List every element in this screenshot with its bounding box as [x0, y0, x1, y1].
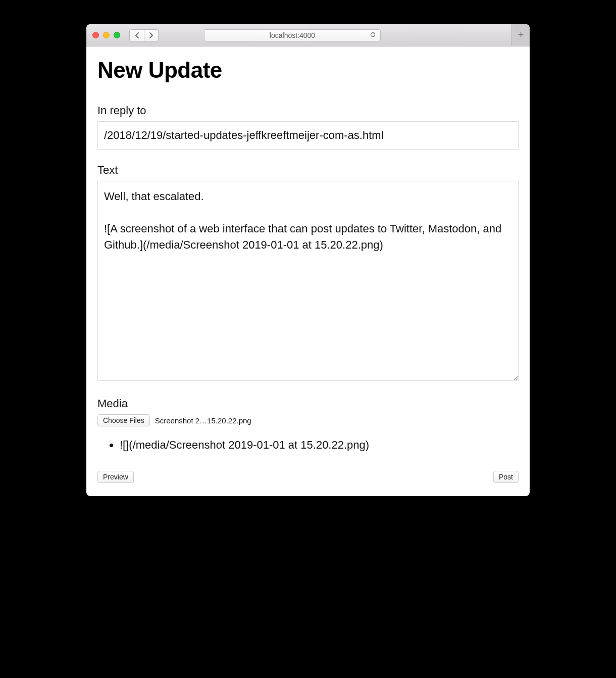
- footer-row: Preview Post: [97, 471, 519, 483]
- preview-button[interactable]: Preview: [97, 471, 134, 483]
- reply-input[interactable]: [97, 121, 519, 150]
- choose-files-button[interactable]: Choose Files: [97, 414, 150, 426]
- chevron-left-icon: [135, 32, 139, 38]
- browser-window: localhost:4000 + New Update In reply to …: [86, 24, 530, 496]
- page-title: New Update: [97, 58, 519, 83]
- media-section: Media Choose Files Screenshot 2…15.20.22…: [97, 397, 519, 452]
- titlebar: localhost:4000 +: [86, 24, 530, 46]
- new-tab-button[interactable]: +: [511, 24, 530, 46]
- minimize-window-button[interactable]: [103, 32, 110, 38]
- reply-field-block: In reply to: [97, 104, 519, 150]
- refresh-icon[interactable]: [370, 31, 376, 39]
- address-bar[interactable]: localhost:4000: [204, 29, 381, 41]
- text-field-block: Text: [97, 164, 519, 383]
- file-row: Choose Files Screenshot 2…15.20.22.png: [97, 414, 519, 426]
- chosen-file-name: Screenshot 2…15.20.22.png: [155, 416, 251, 425]
- page-content: New Update In reply to Text Media Choose…: [86, 46, 530, 496]
- nav-buttons: [129, 29, 159, 41]
- close-window-button[interactable]: [92, 32, 99, 38]
- text-label: Text: [97, 164, 519, 177]
- traffic-lights: [92, 32, 120, 38]
- media-label: Media: [97, 397, 519, 410]
- list-item: ![](/media/Screenshot 2019-01-01 at 15.2…: [120, 439, 519, 452]
- text-textarea[interactable]: [97, 181, 519, 381]
- plus-icon: +: [518, 29, 524, 41]
- back-button[interactable]: [130, 30, 144, 41]
- media-list: ![](/media/Screenshot 2019-01-01 at 15.2…: [97, 439, 519, 452]
- chevron-right-icon: [149, 32, 153, 38]
- address-text: localhost:4000: [270, 31, 315, 39]
- post-button[interactable]: Post: [493, 471, 519, 483]
- forward-button[interactable]: [144, 30, 158, 41]
- reply-label: In reply to: [97, 104, 519, 117]
- maximize-window-button[interactable]: [114, 32, 120, 38]
